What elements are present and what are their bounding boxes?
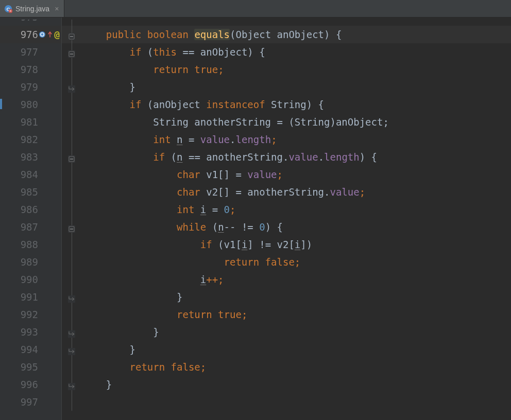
tab-file-name: String.java [15, 5, 49, 13]
line-number[interactable]: 975 [0, 20, 62, 26]
code-line[interactable]: char v1[] = value; [82, 166, 511, 183]
line-number[interactable]: 976@ [0, 26, 62, 43]
fold-toggle-icon[interactable] [68, 50, 75, 58]
fold-end-icon[interactable] [68, 348, 75, 355]
fold-toggle-icon[interactable] [68, 155, 75, 163]
gutter[interactable]: 975976@977978979980981982983984985986987… [0, 18, 62, 420]
line-number[interactable]: 984 [0, 166, 62, 183]
line-number[interactable]: 990 [0, 271, 62, 288]
annotation-icon[interactable]: @ [54, 26, 60, 43]
fold-end-icon[interactable] [68, 85, 75, 93]
tab-bar: C String.java × [0, 0, 511, 18]
code-line[interactable]: i++; [82, 271, 511, 288]
code-line[interactable]: int i = 0; [82, 201, 511, 218]
fold-end-icon[interactable] [68, 295, 75, 303]
line-number[interactable]: 988 [0, 236, 62, 253]
line-number[interactable]: 995 [0, 358, 62, 376]
fold-end-icon[interactable] [68, 383, 75, 390]
line-number[interactable]: 997 [0, 393, 62, 411]
line-number[interactable]: 977 [0, 43, 62, 61]
line-number[interactable]: 986 [0, 201, 62, 218]
svg-point-4 [10, 10, 10, 11]
line-number[interactable]: 980 [0, 96, 62, 113]
overriding-method-icon[interactable] [39, 31, 46, 38]
code-line[interactable]: return false; [82, 253, 511, 271]
line-number[interactable]: 983 [0, 148, 62, 166]
svg-point-5 [39, 31, 45, 38]
line-number[interactable]: 993 [0, 323, 62, 341]
code-line[interactable] [82, 393, 511, 411]
implements-up-icon[interactable] [48, 26, 52, 43]
line-number[interactable]: 987 [0, 218, 62, 236]
ide-editor: C String.java × 975976@97797897998098198… [0, 0, 511, 420]
line-number[interactable]: 978 [0, 61, 62, 78]
editor-area[interactable]: 975976@977978979980981982983984985986987… [0, 18, 511, 420]
line-number[interactable]: 991 [0, 288, 62, 306]
line-number[interactable]: 985 [0, 183, 62, 201]
line-number[interactable]: 981 [0, 113, 62, 131]
line-number[interactable]: 989 [0, 253, 62, 271]
line-number[interactable]: 982 [0, 131, 62, 148]
code-line[interactable]: if (n == anotherString.value.length) { [82, 148, 511, 166]
code-line[interactable]: return false; [82, 358, 511, 376]
line-number[interactable]: 992 [0, 306, 62, 323]
close-icon[interactable]: × [55, 5, 59, 13]
fold-column[interactable] [62, 18, 82, 420]
code-line[interactable]: } [82, 288, 511, 306]
code-line[interactable]: } [82, 341, 511, 358]
code-line[interactable]: } [82, 323, 511, 341]
code-area[interactable]: public boolean equals(Object anObject) {… [82, 18, 511, 420]
code-line[interactable]: String anotherString = (String)anObject; [82, 113, 511, 131]
code-line[interactable]: if (v1[i] != v2[i]) [82, 236, 511, 253]
code-line[interactable]: int n = value.length; [82, 131, 511, 148]
code-line[interactable]: while (n-- != 0) { [82, 218, 511, 236]
line-number[interactable]: 994 [0, 341, 62, 358]
code-line[interactable]: if (this == anObject) { [82, 43, 511, 61]
code-line[interactable]: char v2[] = anotherString.value; [82, 183, 511, 201]
fold-toggle-icon[interactable] [68, 225, 75, 233]
code-line[interactable] [82, 20, 511, 26]
code-line[interactable]: } [82, 78, 511, 96]
line-number[interactable]: 996 [0, 376, 62, 393]
code-line[interactable]: if (anObject instanceof String) { [82, 96, 511, 113]
code-line[interactable]: public boolean equals(Object anObject) { [82, 26, 511, 43]
file-tab[interactable]: C String.java × [0, 0, 64, 17]
fold-end-icon[interactable] [68, 330, 75, 338]
code-line[interactable]: } [82, 376, 511, 393]
code-line[interactable]: return true; [82, 61, 511, 78]
fold-toggle-icon[interactable] [68, 33, 75, 40]
line-number[interactable]: 979 [0, 78, 62, 96]
java-class-icon: C [4, 5, 12, 13]
code-line[interactable]: return true; [82, 306, 511, 323]
